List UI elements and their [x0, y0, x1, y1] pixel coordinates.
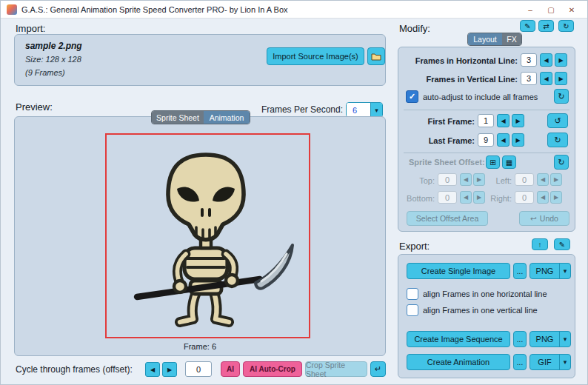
tab-animation-label: Animation	[210, 113, 244, 122]
ellipsis-icon: ...	[517, 358, 523, 366]
offset-top-increment-button[interactable]: ▶	[473, 173, 485, 186]
auto-adjust-refresh-button[interactable]: ↻	[554, 89, 569, 104]
ai-button[interactable]: AI	[221, 361, 240, 377]
offset-grid-button[interactable]: ▦	[502, 155, 516, 169]
animation-format-value: GIF	[530, 355, 559, 369]
tab-fx[interactable]: FX	[502, 33, 521, 45]
export-edit-button[interactable]: ✎	[554, 238, 570, 250]
create-animation-button[interactable]: Create Animation	[407, 354, 510, 370]
frames-horizontal-increment-button[interactable]: ▶	[555, 53, 567, 67]
import-source-images-button[interactable]: Import Source Image(s)	[267, 47, 364, 65]
align-vertical-checkbox[interactable]	[407, 304, 418, 316]
frames-horizontal-decrement-button[interactable]: ◀	[540, 53, 552, 67]
fps-dropdown[interactable]: 6 ▾	[346, 102, 383, 118]
refresh-icon: ↻	[558, 92, 564, 101]
browse-folder-button[interactable]	[367, 47, 385, 65]
animation-format-dropdown[interactable]: GIF ▾	[529, 354, 571, 370]
maximize-button[interactable]: ▢	[543, 4, 559, 16]
auto-adjust-checkbox[interactable]: ✓	[406, 90, 418, 103]
image-sequence-options-button[interactable]: ...	[513, 331, 527, 347]
offset-top-value[interactable]: 0	[438, 173, 457, 186]
imported-size: Size: 128 x 128	[25, 55, 81, 64]
cycle-left-button[interactable]: ◀	[145, 362, 160, 377]
offset-bottom-value[interactable]: 0	[438, 191, 457, 204]
first-frame-increment-button[interactable]: ▶	[512, 114, 524, 127]
cycle-right-button[interactable]: ▶	[162, 362, 177, 377]
tab-sprite-sheet[interactable]: Sprite Sheet	[152, 111, 204, 124]
left-arrow-icon: ◀	[541, 194, 545, 201]
offset-top-decrement-button[interactable]: ◀	[460, 173, 472, 186]
close-icon: ✕	[569, 6, 575, 14]
last-frame-reset-button[interactable]: ↻	[547, 133, 568, 147]
import-source-images-label: Import Source Image(s)	[273, 52, 358, 61]
right-arrow-icon: ▶	[477, 176, 481, 183]
right-arrow-icon: ▶	[515, 118, 520, 124]
offset-left-value[interactable]: 0	[515, 173, 534, 186]
reset-last-icon: ↻	[554, 135, 561, 145]
offset-left-increment-button[interactable]: ▶	[550, 173, 562, 186]
select-offset-area-label: Select Offset Area	[416, 214, 478, 223]
offset-mode-button[interactable]: ⊞	[486, 155, 500, 169]
first-frame-value[interactable]: 1	[478, 114, 494, 127]
animation-options-button[interactable]: ...	[513, 354, 527, 370]
create-single-image-button[interactable]: Create Single Image	[407, 263, 510, 279]
current-frame-label: Frame: 6	[14, 342, 386, 351]
cycle-offset-input[interactable]: 0	[185, 361, 212, 377]
last-frame-increment-button[interactable]: ▶	[512, 133, 524, 147]
reload-button[interactable]: ↻	[558, 20, 574, 32]
tab-animation[interactable]: Animation	[204, 111, 250, 124]
select-offset-area-button[interactable]: Select Offset Area	[407, 211, 488, 226]
last-frame-value[interactable]: 9	[478, 133, 494, 147]
export-section-label: Export:	[399, 241, 430, 252]
first-frame-decrement-button[interactable]: ◀	[497, 114, 510, 127]
ellipsis-icon: ...	[517, 335, 523, 344]
undo-button[interactable]: ↩ Undo	[519, 211, 569, 226]
left-arrow-icon: ◀	[150, 366, 155, 373]
offset-refresh-button[interactable]: ↻	[554, 155, 569, 170]
offset-bottom-decrement-button[interactable]: ◀	[460, 191, 472, 204]
apply-enter-button[interactable]: ↵	[370, 361, 386, 377]
reset-first-icon: ↺	[554, 116, 561, 126]
cycle-frames-label: Cycle through frames (offset):	[16, 364, 133, 375]
align-vertical-label: align Frames in one vertical line	[423, 306, 538, 315]
close-button[interactable]: ✕	[564, 4, 580, 16]
left-arrow-icon: ◀	[501, 118, 505, 124]
left-arrow-icon: ◀	[464, 176, 468, 183]
transfer-button[interactable]: ⇄	[538, 20, 554, 32]
frames-horizontal-value[interactable]: 3	[521, 53, 537, 67]
transfer-icon: ⇄	[543, 22, 549, 30]
crop-sprite-sheet-button[interactable]: Crop Sprite Sheet	[305, 361, 367, 377]
single-image-format-dropdown[interactable]: PNG ▾	[529, 263, 571, 279]
offset-left-label: Left:	[485, 176, 512, 185]
align-horizontal-checkbox[interactable]	[407, 288, 418, 300]
export-up-button[interactable]: ↑	[532, 238, 548, 250]
offset-left-decrement-button[interactable]: ◀	[537, 173, 549, 186]
right-arrow-icon: ▶	[167, 366, 172, 373]
folder-icon	[371, 53, 381, 61]
offset-right-increment-button[interactable]: ▶	[550, 191, 562, 204]
app-icon	[7, 4, 17, 15]
first-frame-reset-button[interactable]: ↺	[547, 113, 568, 128]
single-image-options-button[interactable]: ...	[513, 263, 527, 279]
offset-bottom-increment-button[interactable]: ▶	[473, 191, 485, 204]
frames-vertical-label: Frames in Vertical Line:	[401, 75, 518, 84]
create-single-image-label: Create Single Image	[421, 267, 495, 275]
minimize-button[interactable]: –	[522, 4, 538, 16]
tab-layout[interactable]: Layout	[468, 33, 502, 45]
imported-filename: sample 2.png	[25, 41, 82, 51]
frames-vertical-decrement-button[interactable]: ◀	[540, 72, 552, 85]
image-sequence-format-dropdown[interactable]: PNG ▾	[529, 331, 571, 347]
offset-right-value[interactable]: 0	[515, 191, 534, 204]
left-arrow-icon: ◀	[541, 176, 545, 183]
left-arrow-icon: ◀	[544, 57, 548, 64]
frames-vertical-value[interactable]: 3	[521, 72, 537, 85]
frames-vertical-increment-button[interactable]: ▶	[555, 72, 567, 85]
last-frame-decrement-button[interactable]: ◀	[497, 133, 510, 147]
create-image-sequence-button[interactable]: Create Image Sequence	[407, 331, 510, 347]
paint-tool-button[interactable]: ✎	[520, 20, 535, 32]
undo-icon: ↩	[530, 214, 537, 223]
ai-auto-crop-button[interactable]: AI Auto-Crop	[243, 361, 302, 377]
maximize-icon: ▢	[547, 6, 554, 14]
create-animation-label: Create Animation	[427, 358, 490, 366]
offset-right-decrement-button[interactable]: ◀	[537, 191, 549, 204]
